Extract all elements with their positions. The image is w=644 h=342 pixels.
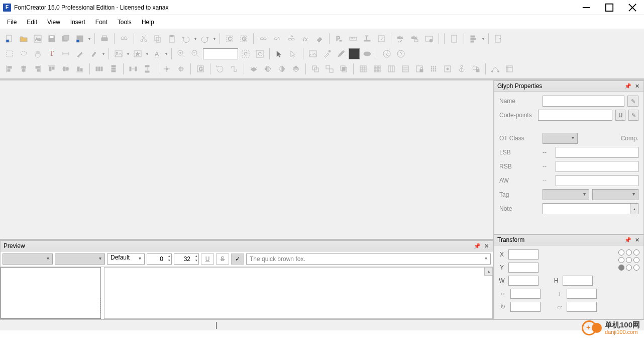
transform-header[interactable]: Transform 📌 ✕: [494, 234, 644, 245]
spacing-h-icon[interactable]: [127, 62, 140, 75]
pin-icon[interactable]: 📌: [624, 82, 631, 90]
grid-4x4-icon[interactable]: [371, 62, 384, 75]
aw-input[interactable]: [556, 175, 638, 186]
rotate-cw-icon[interactable]: [213, 62, 227, 75]
minimize-button[interactable]: [575, 0, 598, 15]
name-wand-icon[interactable]: ✎: [627, 96, 638, 107]
distribute-h-icon[interactable]: [93, 62, 106, 75]
glyph-view-icon[interactable]: Aa: [31, 32, 44, 45]
menu-help[interactable]: Help: [137, 17, 159, 28]
pointer-outline-icon[interactable]: [287, 47, 300, 60]
new-doc-icon[interactable]: [448, 32, 461, 45]
menu-view[interactable]: View: [42, 17, 65, 28]
text-tool-icon[interactable]: T: [45, 47, 58, 60]
align-right-obj-icon[interactable]: [31, 62, 44, 75]
scale-w-input[interactable]: [510, 289, 541, 299]
sort-icon[interactable]: [467, 32, 480, 45]
note-scroll-up-icon[interactable]: ▴: [630, 204, 638, 214]
strikethrough-toggle[interactable]: S: [216, 253, 229, 265]
group-icon[interactable]: [309, 62, 322, 75]
rotate-input[interactable]: [510, 302, 541, 312]
flip-v-icon[interactable]: [289, 62, 302, 75]
menu-tools[interactable]: Tools: [113, 17, 137, 28]
grid-dots-icon[interactable]: [427, 62, 440, 75]
anchor-icon[interactable]: [455, 62, 468, 75]
codepoints-wand-icon[interactable]: ✎: [628, 110, 638, 121]
save-as-icon[interactable]: [73, 32, 86, 45]
color-swatch[interactable]: [349, 48, 360, 59]
codepoints-input[interactable]: [538, 110, 612, 121]
intersect-icon[interactable]: [337, 62, 350, 75]
sort-dropdown[interactable]: ▾: [481, 37, 485, 41]
close-icon[interactable]: ✕: [483, 242, 490, 249]
ellipse-icon[interactable]: [361, 47, 374, 60]
brush-icon[interactable]: [87, 47, 100, 60]
open-icon[interactable]: [17, 32, 30, 45]
align-middle-v-icon[interactable]: [59, 62, 72, 75]
flip-h-icon[interactable]: [261, 62, 274, 75]
align-to-glyph-2-icon[interactable]: [174, 62, 187, 75]
copy-icon[interactable]: [151, 32, 164, 45]
name-input[interactable]: [543, 96, 624, 107]
scale-h-input[interactable]: [567, 289, 597, 299]
nav-back-icon[interactable]: [380, 47, 393, 60]
image-icon[interactable]: [112, 47, 125, 60]
grid-3x3-icon[interactable]: [357, 62, 370, 75]
pin-icon[interactable]: 📌: [474, 242, 481, 249]
complete-glyph-icon[interactable]: G: [237, 32, 250, 45]
save-icon[interactable]: [45, 32, 58, 45]
measure-icon[interactable]: [59, 47, 72, 60]
zoom-out-icon[interactable]: [189, 47, 202, 60]
preview-render-area[interactable]: ▴: [104, 267, 493, 319]
align-top-obj-icon[interactable]: [45, 62, 58, 75]
marquee-icon[interactable]: [3, 47, 16, 60]
preview-size-spin[interactable]: 32: [174, 253, 199, 265]
h-input[interactable]: [563, 276, 593, 286]
align-left-obj-icon[interactable]: [3, 62, 16, 75]
align-bottom-obj-icon[interactable]: [73, 62, 86, 75]
validate-font-icon[interactable]: [422, 32, 436, 45]
preview-panel-header[interactable]: Preview 📌 ✕: [0, 240, 493, 251]
menu-insert[interactable]: Insert: [65, 17, 90, 28]
break-link-icon[interactable]: [285, 32, 298, 45]
nav-forward-icon[interactable]: [394, 47, 407, 60]
pin-icon[interactable]: 📌: [624, 236, 631, 243]
flip-tool-icon[interactable]: [228, 62, 241, 75]
preview-font-select[interactable]: [3, 253, 53, 265]
underline-toggle[interactable]: U: [201, 253, 214, 265]
menu-file[interactable]: File: [2, 17, 22, 28]
grid-cols-icon[interactable]: [385, 62, 398, 75]
paragraph-icon[interactable]: P: [333, 32, 346, 45]
smart-dropdown[interactable]: ▾: [145, 52, 149, 56]
redo-dropdown[interactable]: ▾: [212, 37, 217, 41]
menu-edit[interactable]: Edit: [22, 17, 42, 28]
text-effect-icon[interactable]: A: [150, 47, 163, 60]
zoom-input[interactable]: [203, 48, 238, 59]
export-icon[interactable]: [492, 32, 505, 45]
preview-mode-select[interactable]: Default: [107, 253, 145, 265]
undo-icon[interactable]: [179, 32, 192, 45]
editor-canvas[interactable]: [0, 80, 493, 239]
close-icon[interactable]: ✕: [633, 236, 640, 243]
save-all-icon[interactable]: [59, 32, 72, 45]
note-input[interactable]: ▴: [543, 203, 638, 214]
preview-check[interactable]: ✓: [231, 253, 244, 265]
zoom-fit-icon[interactable]: [239, 47, 252, 60]
maximize-button[interactable]: [598, 0, 621, 15]
unlink-icon[interactable]: [271, 32, 284, 45]
skew-input[interactable]: [567, 302, 597, 312]
checkbox-icon[interactable]: [375, 32, 388, 45]
spellcheck-abc-icon[interactable]: abc: [394, 32, 407, 45]
tag-select-2[interactable]: [592, 189, 639, 200]
pencil-icon[interactable]: [335, 47, 348, 60]
pen-icon[interactable]: [73, 47, 86, 60]
guide-lock-icon[interactable]: [469, 62, 482, 75]
distribute-v-icon[interactable]: [107, 62, 120, 75]
zoom-selection-icon[interactable]: [253, 47, 266, 60]
spacing-v-icon[interactable]: [141, 62, 154, 75]
cut-icon[interactable]: [137, 32, 150, 45]
undo-dropdown[interactable]: ▾: [193, 37, 197, 41]
menu-font[interactable]: Font: [90, 17, 113, 28]
w-input[interactable]: [508, 276, 539, 286]
align-center-h-icon[interactable]: [17, 62, 30, 75]
